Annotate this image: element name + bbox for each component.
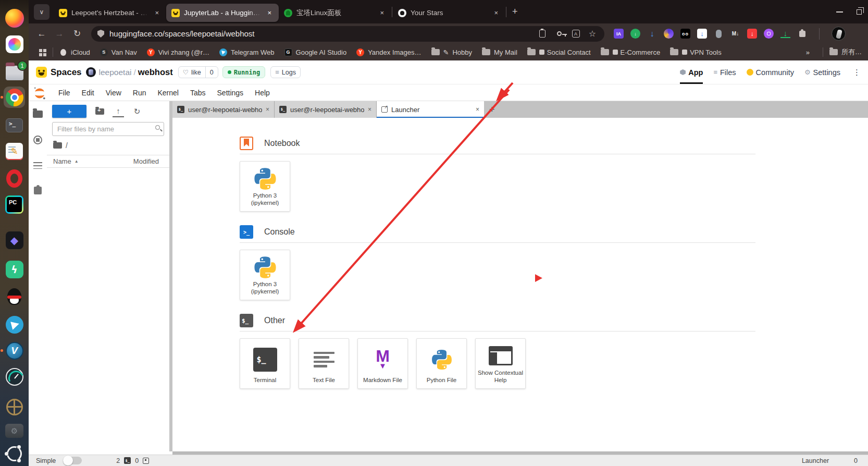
tab-files[interactable]: ≡Files [713,60,736,84]
dock-ubuntu-icon[interactable] [4,443,25,464]
bookmark-folder-vpn-tools[interactable]: VPN Tools [670,48,721,56]
dock-obsidian-icon[interactable]: ◆ [4,229,25,251]
more-options-button[interactable]: ⋮ [853,68,861,77]
dock-speedtest-icon[interactable] [4,366,25,387]
bookmark-vivi-zhang[interactable]: YVivi zhang (@r… [147,48,209,56]
extension-manager-tab-icon[interactable] [34,187,42,194]
ext-oo-icon[interactable]: oo [680,29,690,39]
extensions-puzzle-icon[interactable] [797,29,807,39]
launcher-card-notebook-python3[interactable]: Python 3 (ipykernel) [240,161,290,212]
dock-photos-icon[interactable] [4,33,25,55]
ext-markdown-download-icon[interactable]: M↓ [730,29,740,39]
bookmark-folder-e-commerce[interactable]: E-Commerce [601,48,661,56]
space-name[interactable]: webhost [138,67,173,77]
minimize-window-icon[interactable] [836,11,843,13]
dock-settings-tool-icon[interactable]: ⚙ [4,420,25,442]
sort-ascending-icon[interactable]: ▲ [75,159,79,164]
close-tab-icon[interactable]: × [476,106,479,113]
launcher-card-text-file[interactable]: Text File [299,338,349,389]
menu-file[interactable]: File [53,89,76,97]
ext-mouse-gesture-icon[interactable] [714,29,724,39]
menu-run[interactable]: Run [127,89,152,97]
restore-window-icon[interactable] [857,9,862,15]
menu-edit[interactable]: Edit [76,89,100,97]
close-tab-icon[interactable]: × [378,8,386,18]
running-sessions-tab-icon[interactable] [33,136,42,144]
browser-tab-baota[interactable]: 宝塔Linux面板 × [279,4,391,22]
ext-color-circle-icon[interactable] [664,29,674,39]
ext-green-arrow-icon[interactable]: ↓ [780,30,790,38]
bookmark-folder-my-mail[interactable]: My Mail [482,48,517,56]
apps-grid-icon[interactable] [39,49,42,52]
bookmarks-overflow-button[interactable]: » [806,48,810,56]
translate-icon[interactable]: A [570,28,581,40]
dock-wheel-icon[interactable] [4,396,25,418]
file-browser-tab-icon[interactable] [33,111,43,118]
menu-help[interactable]: Help [249,89,276,97]
new-tab-button[interactable]: + [507,5,523,18]
table-of-contents-tab-icon[interactable] [33,162,42,169]
sessions-status[interactable]: 2 $_ 0 [116,457,149,464]
url-bar[interactable]: huggingface.co/spaces/leepoetai/webhost … [91,26,604,42]
running-status-badge[interactable]: Running [222,66,266,78]
forward-button[interactable]: → [52,26,67,42]
dock-pycharm-icon[interactable]: PC [4,194,25,215]
password-key-icon[interactable] [553,28,565,40]
column-modified[interactable]: Modified [133,157,159,165]
launcher-card-contextual-help[interactable]: Show Contextual Help [475,338,526,389]
browser-tab-jupyterlab[interactable]: JupyterLab - a Hugging F × [166,4,279,22]
close-tab-icon[interactable]: × [266,106,269,113]
column-name[interactable]: Name [53,157,71,165]
launcher-card-console-python3[interactable]: Python 3 (ipykernel) [240,250,290,300]
bookmark-folder-social-contact[interactable]: Social Contact [527,48,591,56]
menu-kernel[interactable]: Kernel [152,89,184,97]
clipboard-icon[interactable] [537,28,548,40]
shield-permissions-icon[interactable] [97,30,104,38]
bookmark-star-icon[interactable]: ☆ [587,28,598,40]
dock-firefox-icon[interactable] [4,7,25,29]
ext-ia-icon[interactable]: IA [614,29,624,39]
dock-v2rayn-icon[interactable]: V [4,340,25,361]
dock-terminal-icon[interactable]: >_ [4,115,25,136]
ext-download-helper-icon[interactable]: ↓ [697,29,707,39]
reload-button[interactable]: ↻ [69,26,85,42]
dock-video-translate-icon[interactable]: ϟ [4,259,25,280]
ext-red-download-icon[interactable]: ↓ [747,29,757,39]
menu-view[interactable]: View [100,89,127,97]
close-tab-icon[interactable]: × [368,106,371,113]
list-all-tabs-button[interactable]: ∨ [34,4,49,20]
dock-telegram-icon[interactable] [4,314,25,335]
url-text[interactable]: huggingface.co/spaces/leepoetai/webhost [109,29,531,38]
close-tab-icon[interactable]: × [265,8,274,18]
profile-avatar[interactable] [832,27,846,41]
browser-tab-your-stars[interactable]: Your Stars × [393,4,505,22]
menu-settings[interactable]: Settings [212,89,250,97]
space-owner[interactable]: leepoetai [99,68,132,77]
terminal-tab-1[interactable]: $_ user@r-leepoetai-webhost-c × [172,101,275,118]
tab-settings[interactable]: ⚙Settings [804,60,840,84]
new-launcher-button[interactable]: + [52,105,86,118]
filter-files-input[interactable] [52,122,164,136]
tab-community[interactable]: Community [747,60,794,84]
bookmark-van-nav[interactable]: SVan Nav [100,48,137,56]
bookmark-folder-hobby[interactable]: ✎Hobby [431,48,472,56]
dock-qq-icon[interactable] [4,286,25,307]
logs-button[interactable]: ≡Logs [270,66,301,78]
terminal-tab-2[interactable]: $_ user@r-leepoetai-webhost-c × [275,101,377,118]
upload-files-button[interactable]: ↑ [113,106,124,117]
notifications-count[interactable]: 0 [854,457,858,464]
spaces-brand[interactable]: Spaces [51,67,82,78]
simple-mode-toggle[interactable] [63,457,82,464]
like-button[interactable]: ♡like 0 [178,66,218,78]
breadcrumb-root[interactable]: / [66,141,68,150]
bookmark-google-ai-studio[interactable]: GGoogle AI Studio [284,48,347,56]
dock-text-editor-icon[interactable]: ✎ [4,141,25,162]
launcher-tab[interactable]: ↗ Launcher × [377,101,484,118]
ext-green-download-icon[interactable]: ↓ [630,29,640,39]
bookmark-telegram-web[interactable]: Telegram Web [219,48,275,56]
bookmark-folder-all[interactable]: 所有… [829,47,862,57]
dock-chrome-icon[interactable] [4,87,25,108]
root-folder-icon[interactable] [53,142,62,149]
bookmark-icloud[interactable]: iCloud [59,48,90,56]
launcher-card-markdown-file[interactable]: M▼ Markdown File [357,338,408,389]
